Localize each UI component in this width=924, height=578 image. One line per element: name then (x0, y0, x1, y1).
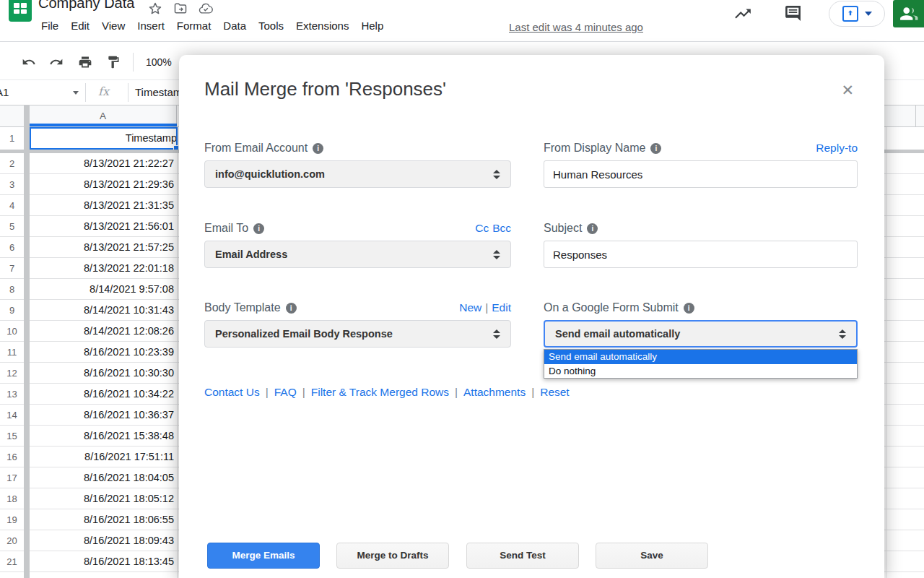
timestamp-cell[interactable]: 8/16/2021 18:13:45 (30, 551, 174, 572)
row-number[interactable]: 5 (0, 216, 24, 236)
timestamp-cell[interactable]: 8/16/2021 10:36:37 (30, 405, 174, 426)
info-icon[interactable]: i (650, 143, 661, 154)
row-number[interactable]: 2 (0, 153, 24, 173)
document-title[interactable]: Company Data (38, 0, 134, 12)
timestamp-cell[interactable]: 8/16/2021 17:51:11 (30, 447, 174, 467)
footer-link-filter-track-merged-rows[interactable]: Filter & Track Merged Rows (311, 386, 449, 399)
timestamp-cell[interactable]: 8/16/2021 10:23:39 (30, 342, 174, 363)
menu-file[interactable]: File (41, 20, 58, 32)
timestamp-cell[interactable]: 8/13/2021 21:56:01 (30, 216, 174, 237)
row-number[interactable]: 10 (0, 321, 24, 341)
row-number[interactable]: 17 (0, 467, 24, 488)
timestamp-cell[interactable]: 8/14/2021 10:31:43 (30, 300, 174, 321)
footer-link-attachments[interactable]: Attachments (463, 386, 526, 399)
last-edit-link[interactable]: Last edit was 4 minutes ago (509, 21, 643, 33)
save-button[interactable]: Save (596, 543, 708, 569)
from-email-select[interactable]: info@quicklution.com (204, 160, 511, 188)
move-folder-icon[interactable] (173, 1, 188, 16)
subject-input[interactable] (544, 241, 858, 268)
reply-to-link[interactable]: Reply-to (816, 142, 858, 155)
print-icon[interactable] (78, 55, 92, 69)
row-number[interactable]: 14 (0, 405, 24, 425)
frozen-column-divider[interactable] (24, 105, 30, 578)
body-template-select[interactable]: Personalized Email Body Response (204, 320, 511, 348)
timestamp-cell[interactable]: 8/13/2021 21:29:36 (30, 174, 174, 195)
dropdown-option-send-automatically[interactable]: Send email automatically (544, 350, 857, 364)
redo-icon[interactable] (49, 55, 64, 69)
insights-icon[interactable] (733, 4, 752, 23)
name-box[interactable]: A1 (0, 86, 9, 98)
row-number[interactable]: 4 (0, 195, 24, 215)
menu-edit[interactable]: Edit (71, 20, 90, 32)
paint-format-icon[interactable] (106, 55, 121, 69)
edit-template-link[interactable]: Edit (492, 301, 511, 314)
timestamp-cell[interactable]: 8/14/2021 9:57:08 (30, 279, 174, 300)
timestamp-cell[interactable]: 8/16/2021 15:38:48 (30, 426, 174, 447)
share-button[interactable] (829, 1, 885, 27)
info-icon[interactable]: i (286, 303, 297, 314)
row-number[interactable]: 15 (0, 426, 24, 446)
row-number[interactable]: 11 (0, 342, 24, 362)
row-number[interactable]: 13 (0, 384, 24, 404)
info-icon[interactable]: i (684, 303, 694, 314)
zoom-control[interactable]: 100% (146, 56, 172, 68)
row-number[interactable]: 1 (0, 127, 24, 150)
undo-icon[interactable] (22, 55, 36, 69)
timestamp-cell[interactable]: 8/13/2021 21:22:27 (30, 153, 174, 174)
row-number[interactable]: 21 (0, 551, 24, 571)
account-avatar[interactable] (893, 0, 924, 27)
close-icon[interactable]: ✕ (841, 82, 854, 99)
row-number[interactable]: 16 (0, 447, 24, 467)
row-number[interactable]: 19 (0, 509, 24, 530)
timestamp-cell[interactable]: 8/16/2021 18:05:12 (30, 488, 174, 509)
timestamp-cell[interactable]: 8/13/2021 22:01:18 (30, 258, 174, 279)
row-number[interactable]: 18 (0, 488, 24, 509)
row-number[interactable]: 3 (0, 174, 24, 194)
name-box-caret-icon[interactable] (73, 91, 79, 95)
timestamp-cell[interactable]: 8/16/2021 10:30:30 (30, 363, 174, 384)
star-icon[interactable] (148, 1, 162, 16)
cloud-saved-icon[interactable] (198, 1, 214, 16)
row-number[interactable]: 6 (0, 237, 24, 257)
send-test-button[interactable]: Send Test (466, 543, 579, 569)
merge-emails-button[interactable]: Merge Emails (207, 543, 320, 569)
timestamp-cell[interactable]: 8/13/2021 21:57:25 (30, 237, 174, 258)
menu-tools[interactable]: Tools (258, 20, 284, 32)
menu-help[interactable]: Help (361, 20, 383, 32)
info-icon[interactable]: i (313, 143, 323, 154)
email-to-label: Email To (204, 222, 248, 235)
info-icon[interactable]: i (587, 223, 598, 234)
footer-link-reset[interactable]: Reset (540, 386, 570, 399)
info-icon[interactable]: i (253, 223, 264, 234)
menu-format[interactable]: Format (177, 20, 212, 32)
bcc-link[interactable]: Bcc (492, 222, 511, 235)
comment-icon[interactable] (784, 4, 802, 22)
row-number[interactable]: 12 (0, 363, 24, 383)
row-number[interactable]: 20 (0, 530, 24, 551)
row-number[interactable]: 8 (0, 279, 24, 299)
menu-extensions[interactable]: Extensions (296, 20, 349, 32)
timestamp-cell[interactable]: 8/16/2021 18:06:55 (30, 509, 174, 530)
sheets-logo-icon[interactable] (9, 0, 32, 22)
menu-insert[interactable]: Insert (137, 20, 165, 32)
footer-link-faq[interactable]: FAQ (274, 386, 297, 399)
footer-link-contact-us[interactable]: Contact Us (204, 386, 260, 399)
form-submit-select[interactable]: Send email automatically (544, 320, 858, 348)
from-display-input[interactable] (544, 160, 858, 188)
timestamp-cell[interactable]: 8/16/2021 10:34:22 (30, 384, 174, 405)
timestamp-cell[interactable]: 8/16/2021 18:09:43 (30, 530, 174, 551)
row-number[interactable]: 9 (0, 300, 24, 320)
row-number[interactable]: 7 (0, 258, 24, 278)
cc-link[interactable]: Cc (475, 222, 489, 235)
timestamp-cell[interactable]: 8/13/2021 21:31:35 (30, 195, 174, 216)
timestamp-cell[interactable]: 8/14/2021 12:08:26 (30, 321, 174, 342)
new-template-link[interactable]: New (459, 301, 481, 314)
menu-data[interactable]: Data (223, 20, 246, 32)
dropdown-option-do-nothing[interactable]: Do nothing (544, 364, 857, 379)
merge-to-drafts-button[interactable]: Merge to Drafts (336, 543, 449, 569)
timestamp-cell[interactable]: 8/16/2021 18:04:05 (30, 467, 174, 488)
menu-view[interactable]: View (102, 20, 125, 32)
body-template-value: Personalized Email Body Response (215, 328, 393, 340)
select-all-corner[interactable] (0, 105, 24, 127)
email-to-select[interactable]: Email Address (204, 241, 511, 268)
